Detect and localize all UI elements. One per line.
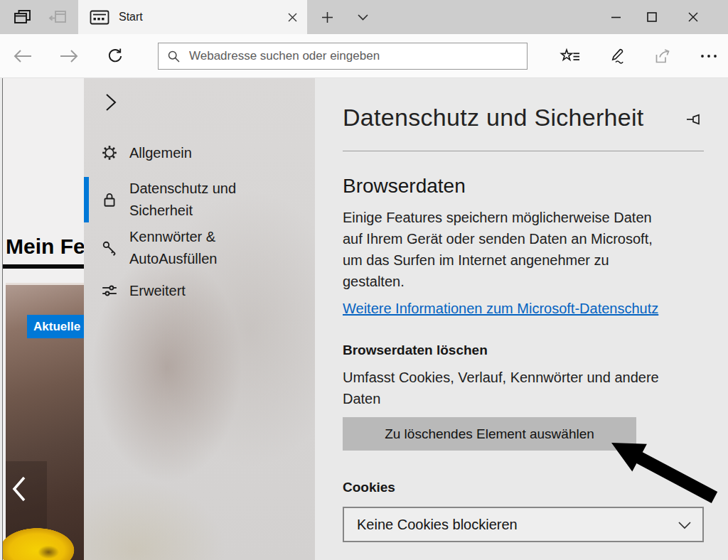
maximize-button[interactable] — [635, 0, 669, 34]
sidebar-item-label: Kennwörter & AutoAusfüllen — [129, 226, 275, 270]
pin-panel-button[interactable] — [685, 112, 705, 127]
sliders-icon — [100, 282, 119, 299]
close-icon — [688, 12, 698, 22]
sidebar-item-privacy-security[interactable]: Datenschutz und Sicherheit — [84, 176, 315, 223]
star-list-icon — [560, 48, 581, 65]
forward-button[interactable] — [55, 42, 83, 70]
content-area: Mein Fe Aktuelle — [0, 78, 728, 560]
browser-data-heading: Browserdaten — [343, 175, 466, 198]
start-page-background: Mein Fe Aktuelle — [0, 78, 84, 560]
tab-start[interactable]: Start — [78, 0, 307, 34]
cookies-dropdown-value: Keine Cookies blockieren — [357, 517, 518, 533]
window-close-button[interactable] — [676, 0, 710, 34]
description-line: Daten — [343, 388, 659, 409]
window-left-edge — [0, 78, 3, 560]
back-button[interactable] — [9, 42, 37, 70]
cookies-dropdown[interactable]: Keine Cookies blockieren — [343, 507, 704, 542]
feed-tab-underline — [0, 264, 84, 269]
stacked-windows-icon — [13, 9, 32, 26]
sidebar-item-label: Allgemein — [129, 142, 275, 164]
browser-data-description: Einige Features speichern möglicherweise… — [343, 207, 653, 292]
title-divider — [343, 151, 704, 151]
panel-title: Datenschutz und Sicherheit — [343, 104, 644, 131]
settings-panel: Datenschutz und Sicherheit Browserdaten … — [315, 78, 728, 560]
description-line: gestalten. — [343, 271, 653, 292]
address-input[interactable] — [188, 48, 521, 64]
ellipsis-icon — [700, 54, 717, 58]
chevron-left-icon — [11, 475, 27, 502]
gear-icon — [100, 144, 119, 161]
set-tabs-aside-button[interactable] — [41, 0, 74, 34]
share-icon — [653, 48, 672, 65]
favorites-hub-button[interactable] — [556, 42, 584, 70]
refresh-button[interactable] — [101, 42, 129, 70]
key-icon — [100, 239, 119, 257]
arrow-left-icon — [13, 48, 33, 64]
refresh-icon — [106, 47, 124, 65]
clear-browser-data-heading: Browserdaten löschen — [343, 343, 488, 358]
clear-browser-data-description: Umfasst Cookies, Verlauf, Kennwörter und… — [343, 367, 659, 409]
description-line: Einige Features speichern möglicherweise… — [343, 207, 653, 228]
choose-items-to-clear-button[interactable]: Zu löschendes Element auswählen — [343, 417, 636, 451]
description-line: Umfasst Cookies, Verlauf, Kennwörter und… — [343, 367, 659, 388]
sidebar-item-general[interactable]: Allgemein — [84, 136, 315, 169]
settings-sidebar: Allgemein Datenschutz und Sicherheit — [84, 78, 315, 560]
feed-heading: Mein Fe — [6, 235, 84, 259]
maximize-icon — [647, 12, 657, 22]
flower-image — [0, 522, 84, 560]
sidebar-item-label: Datenschutz und Sicherheit — [129, 178, 275, 222]
share-button[interactable] — [648, 42, 677, 70]
pushpin-icon — [685, 112, 705, 127]
selected-item-accent — [84, 177, 89, 222]
web-note-button[interactable] — [602, 42, 631, 70]
category-badge: Aktuelle — [27, 315, 84, 338]
tab-bar: Start — [0, 0, 728, 34]
description-line: auf Ihrem Gerät oder senden Daten an Mic… — [343, 228, 653, 249]
close-icon — [288, 13, 297, 22]
minimize-button[interactable] — [599, 0, 633, 34]
more-actions-button[interactable] — [695, 42, 723, 70]
chevron-down-icon — [678, 522, 691, 529]
cookies-label: Cookies — [343, 480, 395, 495]
browser-window: Start — [0, 0, 728, 560]
set-aside-icon — [48, 9, 68, 26]
chevron-right-icon — [105, 93, 117, 112]
carousel-previous-button[interactable] — [11, 475, 27, 502]
start-page-icon — [90, 9, 109, 26]
sidebar-item-label: Erweitert — [129, 280, 275, 302]
new-tab-button[interactable] — [311, 0, 343, 34]
news-card[interactable]: Aktuelle — [6, 283, 84, 560]
arrow-right-icon — [59, 48, 79, 64]
lock-icon — [100, 191, 119, 208]
tab-preview-button[interactable] — [6, 0, 38, 34]
minimize-icon — [611, 16, 621, 18]
navigation-bar — [0, 34, 728, 78]
sidebar-item-advanced[interactable]: Erweitert — [84, 274, 315, 307]
expand-menu-button[interactable] — [98, 90, 124, 115]
pen-icon — [607, 48, 626, 65]
chevron-down-icon — [358, 14, 368, 21]
privacy-info-link[interactable]: Weitere Informationen zum Microsoft-Date… — [343, 301, 658, 317]
plus-icon — [321, 11, 333, 23]
address-bar — [158, 43, 528, 70]
description-line: um das Surfen im Internet angenehmer zu — [343, 249, 653, 271]
search-icon — [167, 50, 181, 63]
tab-title: Start — [119, 11, 143, 23]
sidebar-item-passwords-autofill[interactable]: Kennwörter & AutoAusfüllen — [84, 225, 315, 271]
tab-list-dropdown-button[interactable] — [347, 0, 378, 34]
tab-close-button[interactable] — [277, 0, 307, 34]
